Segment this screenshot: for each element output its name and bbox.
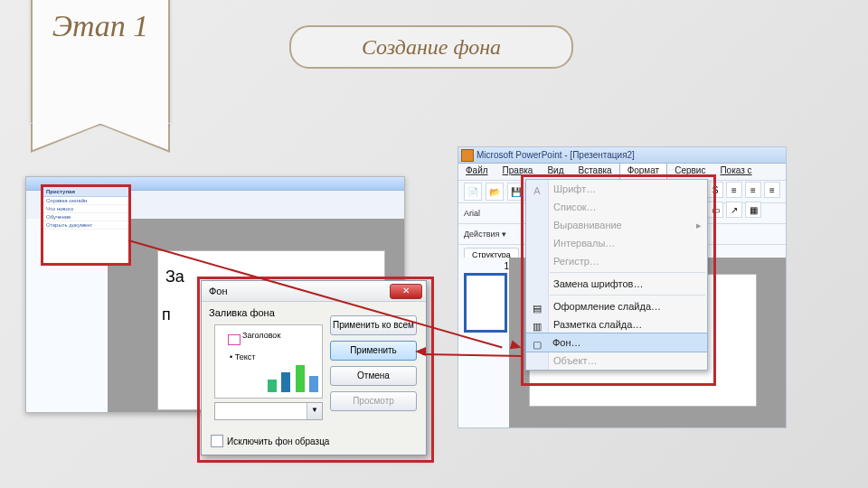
taskpane-item: Справка онлайн	[43, 197, 128, 205]
left-page-text2: п	[162, 305, 171, 324]
preview-button[interactable]: Просмотр	[330, 391, 417, 411]
powerpoint-icon	[461, 149, 474, 162]
shadow-button[interactable]: S	[707, 182, 723, 198]
menu-service[interactable]: Сервис	[667, 164, 712, 180]
left-page-text1: За	[165, 267, 184, 286]
open-icon[interactable]: 📂	[486, 183, 504, 201]
align-right-icon[interactable]: ≡	[764, 182, 780, 198]
taskpane-highlight: Приступая Справка онлайн Что нового Обуч…	[41, 184, 131, 266]
app2-titlebar: Microsoft PowerPoint - [Презентация2]	[458, 147, 786, 164]
menuitem-font[interactable]: AШрифт…	[526, 180, 707, 198]
menuitem-align[interactable]: Выравнивание▸	[526, 216, 707, 234]
checkbox-icon[interactable]	[211, 435, 223, 447]
taskpane-item: Обучение	[43, 213, 128, 221]
menuitem-list[interactable]: Список…	[526, 198, 707, 216]
actions-dropdown[interactable]: Действия ▾	[464, 230, 506, 239]
preview-chart-icon	[268, 365, 319, 392]
save-icon[interactable]: 💾	[507, 183, 525, 201]
picture-icon[interactable]: ▦	[745, 202, 761, 218]
align-left-icon[interactable]: ≡	[726, 182, 742, 198]
dialog-preview: Заголовок • Текст	[214, 324, 323, 399]
menuitem-replace-fonts[interactable]: Замена шрифтов…	[526, 275, 707, 293]
taskpane-item: Открыть документ	[43, 221, 128, 230]
app2-title: Microsoft PowerPoint - [Презентация2]	[476, 150, 635, 160]
font-name[interactable]: Arial	[464, 209, 480, 218]
arrow-head-icon	[415, 347, 426, 356]
dialog-close-button[interactable]: ✕	[390, 284, 422, 299]
menu-show[interactable]: Показ с	[712, 164, 759, 180]
menu-view[interactable]: Вид	[540, 164, 571, 180]
menu-file[interactable]: Файл	[458, 164, 495, 180]
exclude-master-checkbox[interactable]: Исключить фон образца	[211, 435, 329, 447]
stage-label: Этап 1	[33, 0, 168, 43]
shape-icon[interactable]: ▭	[707, 202, 723, 218]
slide-thumbnail[interactable]	[464, 273, 507, 333]
preview-shape-icon	[228, 334, 241, 345]
menuitem-slide-layout[interactable]: ▥Разметка слайда…	[526, 315, 707, 333]
slide-title: Создание фона	[289, 25, 573, 69]
dialog-buttons: Применить ко всем Применить Отмена Просм…	[330, 315, 417, 411]
new-doc-icon[interactable]: 📄	[464, 183, 482, 201]
align-center-icon[interactable]: ≡	[745, 182, 761, 198]
apply-button[interactable]: Применить	[330, 341, 417, 361]
menu-edit[interactable]: Правка	[495, 164, 541, 180]
cancel-button[interactable]: Отмена	[330, 366, 417, 386]
menu-format[interactable]: Формат	[619, 163, 668, 180]
combobox-arrow-icon[interactable]: ▼	[307, 403, 322, 419]
menuitem-register[interactable]: Регистр…	[526, 252, 707, 270]
taskpane-header: Приступая	[43, 187, 128, 197]
background-dialog[interactable]: Фон ✕ Заливка фона Заголовок • Текст При…	[201, 280, 427, 455]
arrow-icon[interactable]: ↗	[726, 202, 742, 218]
menu-insert[interactable]: Вставка	[571, 164, 618, 180]
menuitem-intervals[interactable]: Интервалы…	[526, 234, 707, 252]
menuitem-background[interactable]: ▢Фон…	[525, 333, 708, 352]
preview-text-label: • Текст	[230, 352, 255, 361]
format-dropdown[interactable]: AШрифт… Список… Выравнивание▸ Интервалы……	[525, 179, 708, 371]
preview-title-label: Заголовок	[242, 331, 280, 340]
dialog-titlebar: Фон ✕	[202, 281, 426, 302]
menuitem-object[interactable]: Объект…	[526, 352, 707, 370]
dialog-title: Фон	[209, 286, 228, 296]
stage-ribbon: Этап 1	[31, 0, 170, 123]
menuitem-slide-design[interactable]: ▤Оформление слайда…	[526, 297, 707, 315]
fill-combobox[interactable]: ▼	[214, 402, 323, 420]
checkbox-label: Исключить фон образца	[227, 436, 329, 446]
taskpane-item: Что нового	[43, 205, 128, 213]
